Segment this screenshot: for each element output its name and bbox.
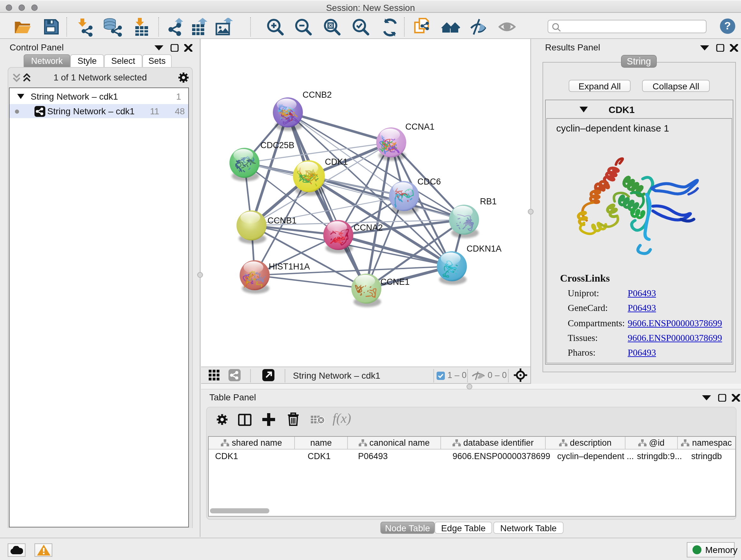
svg-text:CDK1: CDK1 (325, 157, 348, 167)
svg-text:CCNA2: CCNA2 (354, 223, 383, 233)
svg-text:CCNB2: CCNB2 (302, 90, 332, 100)
svg-text:CDC6: CDC6 (417, 177, 441, 186)
svg-text:CDKN1A: CDKN1A (467, 244, 502, 253)
svg-text:HIST1H1A: HIST1H1A (269, 262, 310, 271)
svg-text:CCNE1: CCNE1 (381, 277, 410, 287)
svg-text:CCNA1: CCNA1 (405, 122, 434, 132)
svg-text:CCNB1: CCNB1 (267, 216, 297, 226)
svg-text:RB1: RB1 (480, 197, 497, 206)
svg-text:CDC25B: CDC25B (260, 140, 294, 150)
